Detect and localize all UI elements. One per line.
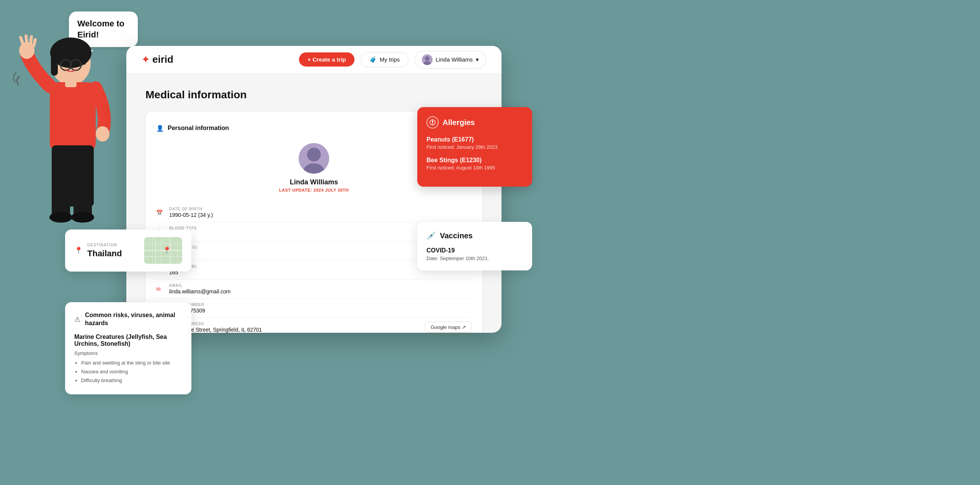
svg-rect-17 xyxy=(52,168,70,218)
phone-row: 📱 PHONE NUMBER +15418675309 xyxy=(156,299,472,318)
svg-point-23 xyxy=(307,148,321,161)
vaccines-header: 💉 Vaccines xyxy=(426,231,523,240)
destination-name: Thailand xyxy=(87,249,122,259)
svg-point-31 xyxy=(432,124,433,124)
destination-info: 📍 DESTINATION Thailand xyxy=(74,243,122,259)
avatar xyxy=(422,54,433,65)
last-update: LAST UPDATE: 2024 JULY 30TH xyxy=(279,188,349,192)
svg-rect-18 xyxy=(74,168,92,218)
create-trip-label: + Create a trip xyxy=(307,56,346,63)
google-maps-label: Google maps ↗ xyxy=(431,324,466,330)
google-maps-button[interactable]: Google maps ↗ xyxy=(425,322,472,333)
my-trips-button[interactable]: 🧳 My trips xyxy=(361,52,409,67)
email-field: EMAIL linda.williams@gmail.com xyxy=(169,283,472,295)
svg-point-20 xyxy=(71,212,94,223)
email-row: ✉ EMAIL linda.williams@gmail.com xyxy=(156,280,472,299)
logo-text: eirid xyxy=(152,54,173,65)
map-thumbnail: 📍 xyxy=(144,237,182,264)
email-icon: ✉ xyxy=(156,286,164,292)
destination-card: 📍 DESTINATION Thailand 📍 xyxy=(65,229,191,272)
navbar-actions: + Create a trip 🧳 My trips Linda William… xyxy=(299,51,486,68)
risks-header: ⚠ Common risks, viruses, animal hazards xyxy=(74,311,182,327)
phone-field: PHONE NUMBER +15418675309 xyxy=(169,303,472,314)
vaccines-title: Vaccines xyxy=(440,231,473,240)
svg-point-15 xyxy=(96,126,109,142)
allergy-item: Bee Stings (E1230) First noticed: August… xyxy=(426,157,523,171)
card-header-left: 👤 Personal information xyxy=(156,125,229,132)
chevron-down-icon: ▾ xyxy=(476,56,479,63)
location-pin-icon: 📍 xyxy=(74,246,83,255)
svg-line-12 xyxy=(26,36,27,43)
allergies-header: Allergies xyxy=(426,116,523,129)
profile-name: Linda Williams xyxy=(290,178,338,186)
destination-text: DESTINATION Thailand xyxy=(87,243,122,259)
svg-line-13 xyxy=(31,37,31,44)
symptoms-list: Pain and swelling at the sting or bite s… xyxy=(74,358,182,385)
app-window: ✦ eirid + Create a trip 🧳 My trips Linda… xyxy=(126,46,501,333)
list-item: Nausea and vomiting xyxy=(81,367,182,376)
warning-icon: ⚠ xyxy=(74,315,80,324)
avatar xyxy=(299,143,329,174)
svg-line-11 xyxy=(21,37,23,44)
address-row: 🏠 HOME ADDRESS 123 Maple Street, Springf… xyxy=(156,318,472,333)
risks-card: ⚠ Common risks, viruses, animal hazards … xyxy=(65,302,191,394)
destination-label: DESTINATION xyxy=(87,243,122,247)
create-trip-button[interactable]: + Create a trip xyxy=(299,52,354,67)
svg-point-10 xyxy=(19,42,34,59)
address-field: HOME ADDRESS 123 Maple Street, Springfie… xyxy=(169,322,420,333)
allergies-card: Allergies Peanuts (E1677) First noticed:… xyxy=(417,107,532,187)
logo: ✦ eirid xyxy=(142,54,173,65)
person-icon: 👤 xyxy=(156,125,164,132)
svg-point-19 xyxy=(49,212,72,223)
symptoms-label: Symptoms xyxy=(74,350,182,356)
my-trips-label: My trips xyxy=(380,56,400,63)
navbar: ✦ eirid + Create a trip 🧳 My trips Linda… xyxy=(126,46,501,73)
page-title: Medical information xyxy=(145,89,482,101)
svg-point-21 xyxy=(425,56,430,61)
svg-point-24 xyxy=(303,163,325,174)
svg-rect-8 xyxy=(50,82,96,151)
character-illustration xyxy=(11,23,119,239)
allergy-icon xyxy=(426,116,439,129)
allergy-item: Peanuts (E1677) First noticed: January 2… xyxy=(426,136,523,150)
luggage-icon: 🧳 xyxy=(369,56,377,63)
calendar-icon: 📅 xyxy=(156,210,164,216)
risk-item-title: Marine Creatures (Jellyfish, Sea Urchins… xyxy=(74,334,182,347)
allergies-title: Allergies xyxy=(443,118,475,127)
user-menu-button[interactable]: Linda Williams ▾ xyxy=(415,51,486,68)
svg-rect-9 xyxy=(65,80,77,87)
list-item: Pain and swelling at the sting or bite s… xyxy=(81,358,182,367)
svg-point-22 xyxy=(423,61,431,65)
syringe-icon: 💉 xyxy=(426,231,436,240)
logo-icon: ✦ xyxy=(142,54,149,65)
personal-info-label: Personal information xyxy=(168,125,229,132)
risks-title: Common risks, viruses, animal hazards xyxy=(85,311,182,327)
svg-line-14 xyxy=(34,40,35,46)
dob-field: DATE OF BIRTH 1990-05-12 (34 y.) xyxy=(169,207,472,218)
user-name-label: Linda Williams xyxy=(436,56,473,63)
dob-row: 📅 DATE OF BIRTH 1990-05-12 (34 y.) xyxy=(156,203,472,222)
list-item: Difficulty breathing xyxy=(81,376,182,385)
vaccines-card: 💉 Vaccines COVID-19 Date: Septemper 10th… xyxy=(417,222,532,270)
